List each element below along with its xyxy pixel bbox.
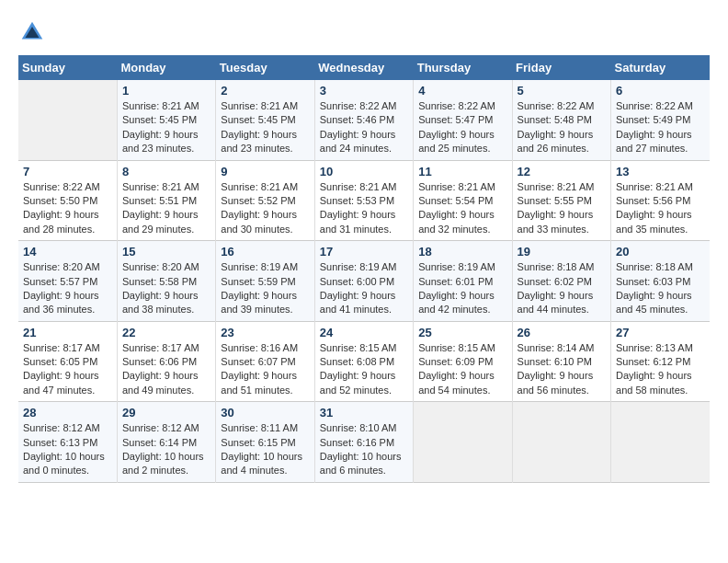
week-row-2: 7Sunrise: 8:22 AMSunset: 5:50 PMDaylight…	[18, 160, 710, 241]
day-cell: 3Sunrise: 8:22 AMSunset: 5:46 PMDaylight…	[314, 80, 413, 160]
day-content: Sunrise: 8:16 AMSunset: 6:07 PMDaylight:…	[221, 341, 309, 398]
day-cell: 2Sunrise: 8:21 AMSunset: 5:45 PMDaylight…	[216, 80, 314, 160]
calendar-table: SundayMondayTuesdayWednesdayThursdayFrid…	[18, 55, 710, 483]
day-cell: 15Sunrise: 8:20 AMSunset: 5:58 PMDayligh…	[117, 241, 215, 322]
weekday-header-tuesday: Tuesday	[216, 55, 314, 80]
logo-icon	[18, 18, 46, 46]
day-cell: 12Sunrise: 8:21 AMSunset: 5:55 PMDayligh…	[512, 160, 610, 241]
weekday-header-wednesday: Wednesday	[314, 55, 413, 80]
day-content: Sunrise: 8:21 AMSunset: 5:53 PMDaylight:…	[320, 180, 408, 237]
day-content: Sunrise: 8:21 AMSunset: 5:45 PMDaylight:…	[221, 99, 309, 156]
day-cell	[414, 402, 512, 483]
day-cell: 22Sunrise: 8:17 AMSunset: 6:06 PMDayligh…	[117, 321, 215, 402]
week-row-1: 1Sunrise: 8:21 AMSunset: 5:45 PMDaylight…	[18, 80, 710, 160]
day-cell	[512, 402, 610, 483]
weekday-header-saturday: Saturday	[611, 55, 710, 80]
day-cell	[611, 402, 710, 483]
day-number: 27	[616, 326, 705, 339]
day-number: 1	[122, 84, 210, 98]
day-cell: 4Sunrise: 8:22 AMSunset: 5:47 PMDaylight…	[414, 80, 512, 160]
day-content: Sunrise: 8:19 AMSunset: 5:59 PMDaylight:…	[221, 260, 309, 317]
day-content: Sunrise: 8:15 AMSunset: 6:09 PMDaylight:…	[418, 341, 506, 398]
day-content: Sunrise: 8:17 AMSunset: 6:05 PMDaylight:…	[23, 341, 112, 398]
day-number: 22	[122, 326, 210, 339]
day-content: Sunrise: 8:22 AMSunset: 5:49 PMDaylight:…	[616, 99, 705, 156]
day-content: Sunrise: 8:21 AMSunset: 5:51 PMDaylight:…	[122, 180, 210, 237]
day-content: Sunrise: 8:22 AMSunset: 5:50 PMDaylight:…	[23, 180, 112, 237]
weekday-header-monday: Monday	[117, 55, 215, 80]
day-content: Sunrise: 8:13 AMSunset: 6:12 PMDaylight:…	[616, 341, 705, 398]
day-cell: 7Sunrise: 8:22 AMSunset: 5:50 PMDaylight…	[18, 160, 117, 241]
day-cell: 5Sunrise: 8:22 AMSunset: 5:48 PMDaylight…	[512, 80, 610, 160]
weekday-header-thursday: Thursday	[414, 55, 512, 80]
week-row-5: 28Sunrise: 8:12 AMSunset: 6:13 PMDayligh…	[18, 402, 710, 483]
day-cell: 19Sunrise: 8:18 AMSunset: 6:02 PMDayligh…	[512, 241, 610, 322]
day-number: 9	[221, 165, 309, 178]
day-number: 5	[518, 84, 606, 98]
day-cell: 13Sunrise: 8:21 AMSunset: 5:56 PMDayligh…	[611, 160, 710, 241]
day-cell: 17Sunrise: 8:19 AMSunset: 6:00 PMDayligh…	[314, 241, 413, 322]
day-cell: 14Sunrise: 8:20 AMSunset: 5:57 PMDayligh…	[18, 241, 117, 322]
day-content: Sunrise: 8:18 AMSunset: 6:03 PMDaylight:…	[616, 260, 705, 317]
day-content: Sunrise: 8:10 AMSunset: 6:16 PMDaylight:…	[320, 421, 408, 478]
day-number: 6	[616, 84, 705, 98]
day-number: 14	[23, 245, 112, 259]
day-number: 31	[320, 406, 408, 419]
day-content: Sunrise: 8:21 AMSunset: 5:56 PMDaylight:…	[616, 180, 705, 237]
day-content: Sunrise: 8:17 AMSunset: 6:06 PMDaylight:…	[122, 341, 210, 398]
week-row-3: 14Sunrise: 8:20 AMSunset: 5:57 PMDayligh…	[18, 241, 710, 322]
day-content: Sunrise: 8:21 AMSunset: 5:54 PMDaylight:…	[418, 180, 506, 237]
day-number: 11	[418, 165, 506, 178]
day-number: 26	[518, 326, 606, 339]
day-cell: 28Sunrise: 8:12 AMSunset: 6:13 PMDayligh…	[18, 402, 117, 483]
day-cell: 20Sunrise: 8:18 AMSunset: 6:03 PMDayligh…	[611, 241, 710, 322]
day-number: 10	[320, 165, 408, 178]
day-number: 20	[616, 245, 705, 259]
logo	[18, 18, 50, 46]
page-header	[18, 18, 710, 46]
day-cell: 16Sunrise: 8:19 AMSunset: 5:59 PMDayligh…	[216, 241, 314, 322]
day-content: Sunrise: 8:22 AMSunset: 5:46 PMDaylight:…	[320, 99, 408, 156]
day-number: 7	[23, 165, 112, 178]
day-cell: 11Sunrise: 8:21 AMSunset: 5:54 PMDayligh…	[414, 160, 512, 241]
day-content: Sunrise: 8:20 AMSunset: 5:57 PMDaylight:…	[23, 260, 112, 317]
day-cell: 27Sunrise: 8:13 AMSunset: 6:12 PMDayligh…	[611, 321, 710, 402]
day-number: 18	[418, 245, 506, 259]
day-content: Sunrise: 8:22 AMSunset: 5:48 PMDaylight:…	[518, 99, 606, 156]
day-cell: 18Sunrise: 8:19 AMSunset: 6:01 PMDayligh…	[414, 241, 512, 322]
day-content: Sunrise: 8:21 AMSunset: 5:55 PMDaylight:…	[518, 180, 606, 237]
day-cell: 25Sunrise: 8:15 AMSunset: 6:09 PMDayligh…	[414, 321, 512, 402]
day-cell: 8Sunrise: 8:21 AMSunset: 5:51 PMDaylight…	[117, 160, 215, 241]
day-number: 30	[221, 406, 309, 419]
day-content: Sunrise: 8:21 AMSunset: 5:45 PMDaylight:…	[122, 99, 210, 156]
weekday-header-friday: Friday	[512, 55, 610, 80]
day-number: 24	[320, 326, 408, 339]
day-content: Sunrise: 8:15 AMSunset: 6:08 PMDaylight:…	[320, 341, 408, 398]
day-content: Sunrise: 8:20 AMSunset: 5:58 PMDaylight:…	[122, 260, 210, 317]
day-number: 19	[518, 245, 606, 259]
day-content: Sunrise: 8:19 AMSunset: 6:00 PMDaylight:…	[320, 260, 408, 317]
day-number: 12	[518, 165, 606, 178]
day-number: 23	[221, 326, 309, 339]
week-row-4: 21Sunrise: 8:17 AMSunset: 6:05 PMDayligh…	[18, 321, 710, 402]
day-content: Sunrise: 8:12 AMSunset: 6:13 PMDaylight:…	[23, 421, 112, 478]
day-content: Sunrise: 8:14 AMSunset: 6:10 PMDaylight:…	[518, 341, 606, 398]
day-cell	[18, 80, 117, 160]
day-number: 2	[221, 84, 309, 98]
day-cell: 1Sunrise: 8:21 AMSunset: 5:45 PMDaylight…	[117, 80, 215, 160]
day-cell: 21Sunrise: 8:17 AMSunset: 6:05 PMDayligh…	[18, 321, 117, 402]
day-cell: 9Sunrise: 8:21 AMSunset: 5:52 PMDaylight…	[216, 160, 314, 241]
day-number: 3	[320, 84, 408, 98]
weekday-header-sunday: Sunday	[18, 55, 117, 80]
day-cell: 6Sunrise: 8:22 AMSunset: 5:49 PMDaylight…	[611, 80, 710, 160]
day-content: Sunrise: 8:21 AMSunset: 5:52 PMDaylight:…	[221, 180, 309, 237]
day-number: 13	[616, 165, 705, 178]
day-cell: 31Sunrise: 8:10 AMSunset: 6:16 PMDayligh…	[314, 402, 413, 483]
day-cell: 23Sunrise: 8:16 AMSunset: 6:07 PMDayligh…	[216, 321, 314, 402]
day-number: 29	[122, 406, 210, 419]
day-number: 17	[320, 245, 408, 259]
day-content: Sunrise: 8:19 AMSunset: 6:01 PMDaylight:…	[418, 260, 506, 317]
day-cell: 26Sunrise: 8:14 AMSunset: 6:10 PMDayligh…	[512, 321, 610, 402]
day-number: 8	[122, 165, 210, 178]
day-cell: 29Sunrise: 8:12 AMSunset: 6:14 PMDayligh…	[117, 402, 215, 483]
